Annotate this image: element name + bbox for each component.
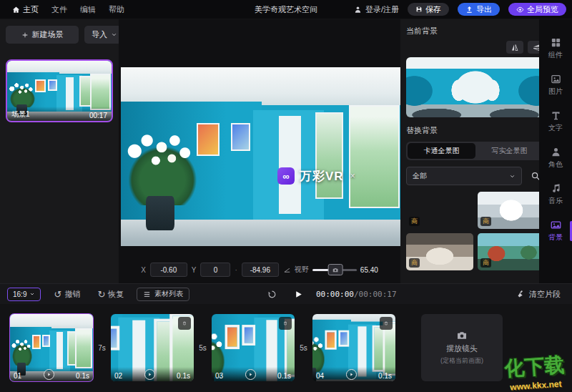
rail-item-components[interactable]: 组件 xyxy=(539,36,572,62)
brand-watermark-text: 万彩VR xyxy=(300,168,344,185)
scene-gap-duration: 5s xyxy=(194,344,212,352)
broom-icon xyxy=(517,290,526,298)
current-background-panorama xyxy=(406,57,545,117)
scene-list-item[interactable]: 场景1 00:17 xyxy=(6,59,113,122)
components-icon xyxy=(551,37,561,48)
home-icon xyxy=(12,6,20,14)
loop-button[interactable] xyxy=(263,289,281,300)
aspect-ratio-button[interactable]: 16:9 xyxy=(7,288,41,301)
redo-button[interactable]: ↻ 恢复 xyxy=(93,288,128,300)
panorama-thumbnail[interactable]: 商 xyxy=(406,233,473,270)
clip-number: 03 xyxy=(215,372,223,380)
commercial-badge: 商 xyxy=(480,258,491,268)
clip-duration: 0.1s xyxy=(76,372,89,380)
clip-play-icon[interactable] xyxy=(44,369,54,380)
scene-duration: 00:17 xyxy=(89,112,107,119)
clip-play-icon[interactable] xyxy=(346,369,357,380)
background-icon xyxy=(551,220,561,230)
scene-name: 场景1 xyxy=(11,109,30,119)
timeline-clip-4[interactable]: 04 0.1s xyxy=(312,314,395,381)
menu-help[interactable]: 帮助 xyxy=(102,0,131,19)
new-scene-button[interactable]: 新建场景 xyxy=(6,26,79,44)
tab-cartoon-panorama[interactable]: 卡通全景图 xyxy=(408,143,475,159)
trash-icon xyxy=(283,320,287,327)
text-icon xyxy=(551,110,561,121)
clip-number: 01 xyxy=(14,372,21,380)
music-icon xyxy=(551,183,561,194)
timeline-toolbar: 16:9 ↺ 撤销 ↻ 恢复 素材列表 00:00:00/00:00:17 清空… xyxy=(0,283,572,304)
x-input[interactable]: -0.60 xyxy=(150,263,187,277)
undo-icon: ↺ xyxy=(54,289,61,300)
fov-slider[interactable] xyxy=(312,269,357,271)
rail-item-music[interactable]: 音乐 xyxy=(539,182,572,207)
camera-icon xyxy=(455,330,468,341)
panorama-thumbnail[interactable]: 商 xyxy=(406,192,473,229)
export-button[interactable]: 导出 xyxy=(458,3,500,16)
scene-gap-duration: 7s xyxy=(93,344,111,352)
undo-button[interactable]: ↺ 撤销 xyxy=(49,288,84,300)
global-preview-button[interactable]: 全局预览 xyxy=(508,3,566,16)
replace-background-title: 替换背景 xyxy=(406,125,545,136)
rail-item-text[interactable]: 文字 xyxy=(539,109,572,134)
background-panel: 当前背景 替换背景 卡通全景图 写实全景图 全部 商 商 商 商 xyxy=(400,19,551,283)
menu-home[interactable]: 主页 xyxy=(6,0,45,19)
menu-edit[interactable]: 编辑 xyxy=(74,0,102,19)
redo-icon: ↻ xyxy=(97,289,105,300)
play-button[interactable] xyxy=(290,289,307,300)
timeline-clip-3[interactable]: 03 0.1s xyxy=(212,314,295,381)
scene-panel: 新建场景 导入 场景1 00:17 xyxy=(0,19,130,283)
chevron-down-icon xyxy=(509,173,516,180)
vr-viewport[interactable] xyxy=(121,67,403,246)
trash-icon xyxy=(384,320,388,327)
brand-watermark: ∞ 万彩VR × xyxy=(277,167,355,185)
flip-horizontal-icon xyxy=(511,43,519,52)
commercial-badge: 商 xyxy=(480,217,491,226)
delete-clip-button[interactable] xyxy=(178,317,191,330)
export-arrow-icon xyxy=(465,6,473,14)
panorama-type-tabs: 卡通全景图 写实全景图 xyxy=(406,142,545,160)
panorama-thumbnail[interactable]: 商 xyxy=(478,233,545,270)
character-icon xyxy=(551,147,561,157)
clip-strip: 01 0.1s 7s 02 0.1s 5s xyxy=(0,303,572,392)
flip-horizontal-button[interactable] xyxy=(506,41,523,54)
fov-label: 视野 xyxy=(295,265,309,275)
playback-controls: 00:00:00/00:00:17 xyxy=(263,289,397,300)
clip-play-icon[interactable] xyxy=(144,369,155,380)
tab-realistic-panorama[interactable]: 写实全景图 xyxy=(475,143,543,159)
timeline-clip-2[interactable]: 02 0.1s xyxy=(111,314,194,381)
main-menu: 主页 文件 编辑 帮助 xyxy=(6,0,131,19)
editor-canvas: ∞ 万彩VR × X -0.60 Y 0 · -84.96 视野 65.40 xyxy=(119,19,400,283)
timeline-clip-1[interactable]: 01 0.1s xyxy=(10,314,93,381)
save-icon xyxy=(415,6,423,13)
clip-play-icon[interactable] xyxy=(245,369,256,380)
rail-item-background[interactable]: 背景 xyxy=(539,218,572,244)
watermark-close-icon[interactable]: × xyxy=(350,171,355,181)
save-button[interactable]: 保存 xyxy=(408,3,449,16)
rail-item-images[interactable]: 图片 xyxy=(539,72,572,98)
category-dropdown[interactable]: 全部 xyxy=(406,167,522,185)
top-menu-bar: 主页 文件 编辑 帮助 美学奇观艺术空间 登录/注册 保存 导出 全局预览 xyxy=(0,0,572,19)
rotation-input[interactable]: -84.96 xyxy=(242,263,279,277)
delete-clip-button[interactable] xyxy=(279,317,292,330)
place-camera-button[interactable]: 摆放镜头 (定格当前画面) xyxy=(421,314,503,381)
rail-item-characters[interactable]: 角色 xyxy=(539,145,572,171)
menu-file[interactable]: 文件 xyxy=(45,0,74,19)
delete-clip-button[interactable] xyxy=(380,317,393,330)
play-icon xyxy=(294,290,303,299)
fov-camera-thumb[interactable] xyxy=(328,264,343,275)
material-list-button[interactable]: 素材列表 xyxy=(137,288,189,301)
fov-value: 65.40 xyxy=(360,266,378,274)
y-input[interactable]: 0 xyxy=(200,263,230,277)
panorama-thumbnail[interactable]: 商 xyxy=(478,192,545,229)
clip-duration: 0.1s xyxy=(277,372,291,380)
user-icon xyxy=(354,6,362,14)
commercial-badge: 商 xyxy=(409,217,420,226)
panorama-library-grid: 商 商 商 商 xyxy=(406,192,545,270)
tool-rail: 组件 图片 文字 角色 音乐 背景 xyxy=(539,19,572,283)
y-label: Y xyxy=(192,266,197,274)
login-register-button[interactable]: 登录/注册 xyxy=(354,4,399,15)
clear-clips-button[interactable]: 清空片段 xyxy=(513,288,565,300)
commercial-badge: 商 xyxy=(409,258,420,268)
project-title: 美学奇观艺术空间 xyxy=(255,4,317,15)
time-display: 00:00:00/00:00:17 xyxy=(316,290,397,299)
